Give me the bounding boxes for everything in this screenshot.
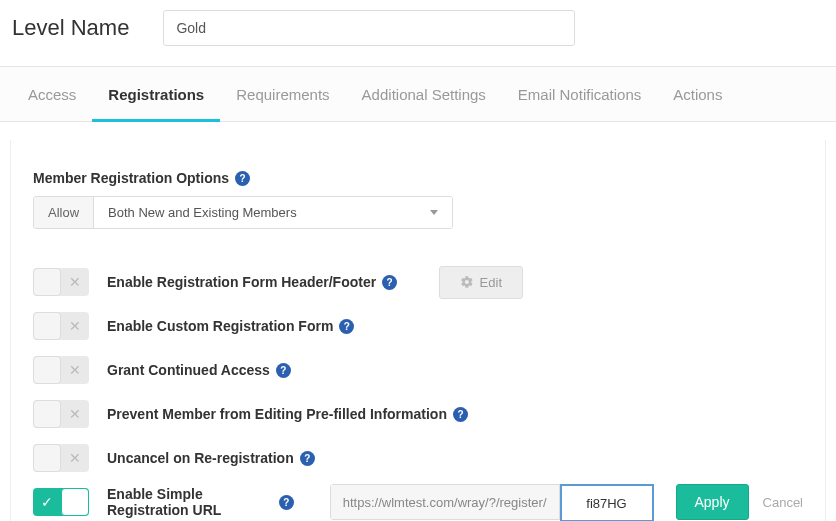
allow-dropdown[interactable]: Allow Both New and Existing Members [33, 196, 453, 229]
allow-label: Allow [34, 197, 94, 228]
toggle-uncancel[interactable]: ✕ [33, 444, 89, 472]
section-title: Member Registration Options ? [33, 170, 803, 186]
option-label: Grant Continued Access [107, 362, 270, 378]
toggle-continued-access[interactable]: ✕ [33, 356, 89, 384]
help-icon[interactable]: ? [276, 363, 291, 378]
cancel-link[interactable]: Cancel [763, 495, 803, 510]
close-icon: ✕ [69, 319, 81, 333]
registration-url-group: https://wlmtest.com/wray/?/register/ [330, 484, 654, 520]
url-prefix: https://wlmtest.com/wray/?/register/ [331, 485, 560, 519]
page-title: Level Name [12, 15, 129, 41]
tab-registrations[interactable]: Registrations [92, 68, 220, 122]
section-title-text: Member Registration Options [33, 170, 229, 186]
help-icon[interactable]: ? [279, 495, 294, 510]
close-icon: ✕ [69, 407, 81, 421]
option-label: Enable Custom Registration Form [107, 318, 333, 334]
option-label: Enable Registration Form Header/Footer [107, 274, 376, 290]
tab-additional-settings[interactable]: Additional Settings [346, 68, 502, 122]
tab-email-notifications[interactable]: Email Notifications [502, 68, 657, 122]
allow-value: Both New and Existing Members [108, 205, 297, 220]
level-name-input[interactable] [163, 10, 575, 46]
toggle-custom-form[interactable]: ✕ [33, 312, 89, 340]
url-slug-input[interactable] [560, 484, 654, 521]
tab-actions[interactable]: Actions [657, 68, 738, 122]
option-label: Uncancel on Re-registration [107, 450, 294, 466]
tabs: Access Registrations Requirements Additi… [12, 67, 824, 121]
tab-requirements[interactable]: Requirements [220, 68, 345, 122]
edit-button-label: Edit [480, 275, 502, 290]
gear-icon [460, 275, 474, 289]
chevron-down-icon [430, 210, 438, 215]
close-icon: ✕ [69, 363, 81, 377]
tab-access[interactable]: Access [12, 68, 92, 122]
close-icon: ✕ [69, 275, 81, 289]
check-icon: ✓ [41, 495, 53, 509]
option-label: Enable Simple Registration URL [107, 486, 273, 518]
help-icon[interactable]: ? [453, 407, 468, 422]
toggle-header-footer[interactable]: ✕ [33, 268, 89, 296]
help-icon[interactable]: ? [382, 275, 397, 290]
help-icon[interactable]: ? [300, 451, 315, 466]
help-icon[interactable]: ? [339, 319, 354, 334]
toggle-prevent-edit[interactable]: ✕ [33, 400, 89, 428]
close-icon: ✕ [69, 451, 81, 465]
toggle-simple-url[interactable]: ✓ [33, 488, 89, 516]
edit-button: Edit [439, 266, 523, 299]
help-icon[interactable]: ? [235, 171, 250, 186]
apply-button[interactable]: Apply [676, 484, 749, 520]
option-label: Prevent Member from Editing Pre-filled I… [107, 406, 447, 422]
